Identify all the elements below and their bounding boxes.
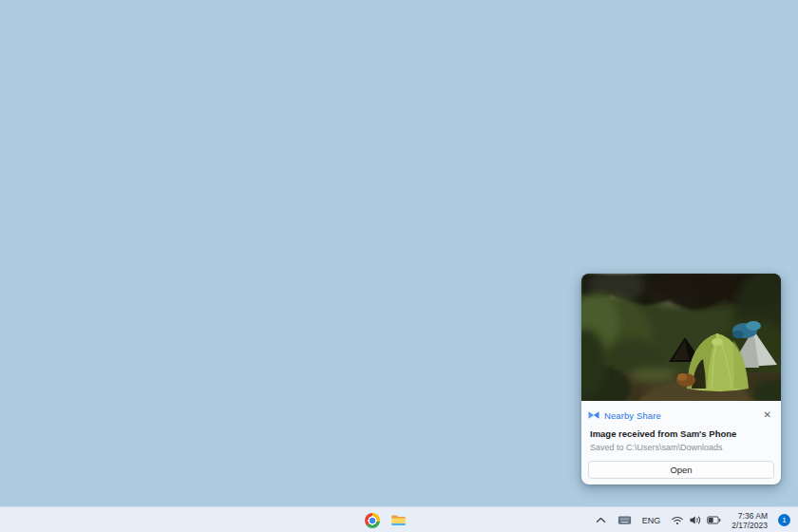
folder-glyph <box>390 512 407 528</box>
wifi-icon <box>671 514 684 526</box>
notification-body: Nearby Share ✕ Image received from Sam's… <box>581 401 781 484</box>
open-button[interactable]: Open <box>588 461 774 479</box>
taskbar: ENG 7:36 AM <box>0 506 798 532</box>
file-explorer-icon[interactable] <box>390 512 407 528</box>
clock-time: 7:36 AM <box>732 511 768 521</box>
campsite-photo <box>581 274 781 401</box>
touch-keyboard-icon[interactable] <box>618 515 632 525</box>
close-icon[interactable]: ✕ <box>761 409 774 421</box>
system-tray: ENG 7:36 AM <box>595 507 790 532</box>
language-indicator[interactable]: ENG <box>642 516 661 525</box>
battery-icon <box>707 515 721 525</box>
taskbar-app-icons <box>364 507 407 532</box>
clock[interactable]: 7:36 AM 2/17/2023 <box>732 511 768 530</box>
notification-subtitle: Saved to C:\Users\sam\Downloads <box>588 443 774 452</box>
volume-icon <box>689 514 702 526</box>
quick-settings[interactable] <box>671 514 721 526</box>
notification-title: Image received from Sam's Phone <box>588 428 774 439</box>
nearby-share-icon <box>588 410 599 420</box>
clock-date: 2/17/2023 <box>732 521 768 530</box>
chrome-icon[interactable] <box>364 512 380 528</box>
notification-badge[interactable]: 1 <box>778 514 790 526</box>
nearby-share-notification: Nearby Share ✕ Image received from Sam's… <box>581 274 781 484</box>
shared-image-preview <box>581 274 781 401</box>
chevron-up-icon[interactable] <box>595 514 607 526</box>
desktop[interactable]: Nearby Share ✕ Image received from Sam's… <box>0 0 798 532</box>
notification-header: Nearby Share ✕ <box>588 409 774 421</box>
chrome-logo <box>365 513 380 528</box>
notification-app-name: Nearby Share <box>604 410 661 421</box>
